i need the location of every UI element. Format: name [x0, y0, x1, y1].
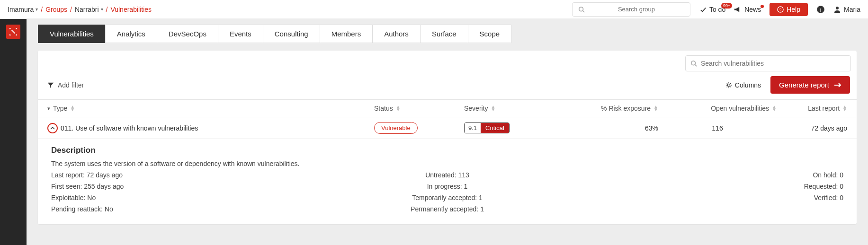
breadcrumb: Imamura▾ / Groups / Narrabri▾ / Vulnerab… [8, 6, 572, 13]
breadcrumb-item-vulnerabilities[interactable]: Vulnerabilities [110, 6, 152, 13]
search-icon [578, 6, 585, 13]
row-type: 011. Use of software with known vulnerab… [61, 124, 198, 132]
severity-chip: 9.1 Critical [464, 122, 510, 133]
gear-icon [725, 82, 732, 88]
chevron-down-icon: ▾ [36, 7, 38, 12]
row-detail: Description The system uses the version … [38, 139, 857, 215]
detail-requested: Requested: 0 [579, 181, 843, 192]
filter-icon [47, 82, 54, 88]
tab-consulting[interactable]: Consulting [263, 25, 320, 43]
tab-members[interactable]: Members [320, 25, 373, 43]
svg-point-6 [836, 7, 839, 9]
info-button[interactable]: i [816, 5, 825, 14]
question-icon: ? [777, 6, 784, 13]
chevron-down-icon: ▾ [47, 105, 50, 112]
svg-line-9 [695, 65, 697, 67]
main-content: Vulnerabilities Analytics DevSecOps Even… [27, 19, 868, 245]
svg-point-8 [691, 61, 696, 65]
columns-button[interactable]: Columns [725, 81, 761, 89]
sidebar [0, 19, 27, 245]
help-label: Help [787, 6, 800, 13]
svg-line-1 [583, 10, 585, 12]
severity-score: 9.1 [465, 123, 481, 133]
notification-dot [761, 5, 764, 8]
sort-icon: ▲▼ [653, 105, 658, 111]
tab-scope[interactable]: Scope [468, 25, 512, 43]
status-badge: Vulnerable [374, 122, 418, 134]
svg-text:?: ? [779, 7, 782, 12]
detail-verified: Verified: 0 [579, 192, 843, 203]
sort-icon: ▲▼ [396, 105, 401, 111]
breadcrumb-item-narrabri[interactable]: Narrabri▾ [75, 6, 103, 13]
table-header: ▾ Type ▲▼ Status ▲▼ Severity ▲▼ % Risk e… [38, 99, 857, 117]
tab-vulnerabilities[interactable]: Vulnerabilities [38, 25, 106, 43]
row-collapse-button[interactable] [47, 123, 58, 133]
detail-last-report: Last report: 72 days ago [51, 169, 315, 181]
svg-text:i: i [820, 7, 822, 12]
tab-analytics[interactable]: Analytics [105, 25, 157, 43]
toolbar: Add filter Columns Generate report [38, 71, 857, 99]
news-button[interactable]: News [734, 6, 761, 13]
breadcrumb-separator: / [106, 6, 108, 13]
col-header-severity[interactable]: Severity ▲▼ [464, 105, 554, 112]
sort-icon: ▲▼ [842, 105, 847, 111]
tab-devsecops[interactable]: DevSecOps [157, 25, 218, 43]
columns-label: Columns [735, 81, 761, 89]
user-label: Maria [844, 6, 860, 13]
help-button[interactable]: ? Help [770, 3, 808, 16]
vuln-search[interactable] [685, 55, 851, 71]
row-open: 116 [658, 124, 777, 132]
add-filter-button[interactable]: Add filter [47, 81, 84, 89]
top-search[interactable] [572, 2, 690, 17]
chevron-down-icon: ▾ [101, 7, 103, 12]
tab-events[interactable]: Events [218, 25, 263, 43]
user-menu[interactable]: Maria [833, 6, 860, 13]
col-header-type[interactable]: ▾ Type ▲▼ [47, 105, 374, 112]
top-bar: Imamura▾ / Groups / Narrabri▾ / Vulnerab… [0, 0, 868, 19]
col-header-risk[interactable]: % Risk exposure ▲▼ [554, 105, 658, 112]
table-row[interactable]: 011. Use of software with known vulnerab… [38, 117, 857, 139]
col-header-status[interactable]: Status ▲▼ [374, 105, 464, 112]
sort-icon: ▲▼ [491, 105, 496, 111]
detail-on-hold: On hold: 0 [579, 169, 843, 181]
col-header-last[interactable]: Last report ▲▼ [777, 105, 847, 112]
detail-col-mid: Untreated: 113 In progress: 1 Temporaril… [315, 169, 580, 215]
search-icon [690, 60, 697, 67]
detail-temp-accepted: Temporarily accepted: 1 [315, 192, 580, 203]
sort-icon: ▲▼ [772, 105, 777, 111]
sort-icon: ▲▼ [70, 105, 75, 111]
breadcrumb-item-groups[interactable]: Groups [45, 6, 67, 13]
detail-in-progress: In progress: 1 [315, 181, 580, 192]
detail-col-right: On hold: 0 Requested: 0 Verified: 0 [579, 169, 843, 215]
detail-first-seen: First seen: 255 days ago [51, 181, 315, 192]
generate-report-button[interactable]: Generate report [770, 76, 850, 94]
add-filter-label: Add filter [58, 81, 84, 89]
severity-label: Critical [481, 123, 509, 133]
top-search-input[interactable] [589, 6, 684, 13]
chevron-up-icon [50, 126, 55, 131]
vuln-search-input[interactable] [701, 60, 846, 67]
detail-pending: Pending reattack: No [51, 203, 315, 215]
detail-exploitable: Exploitable: No [51, 192, 315, 203]
generate-report-label: Generate report [779, 81, 829, 89]
app-logo[interactable] [6, 25, 20, 39]
todo-badge: 99+ [721, 3, 732, 9]
row-risk: 63% [554, 124, 658, 132]
arrow-right-icon [834, 82, 841, 88]
user-icon [833, 6, 841, 13]
tab-authors[interactable]: Authors [372, 25, 421, 43]
col-header-open[interactable]: Open vulnerabilities ▲▼ [658, 105, 777, 112]
row-last: 72 days ago [777, 124, 847, 132]
breadcrumb-item-imamura[interactable]: Imamura▾ [8, 6, 38, 13]
detail-title: Description [51, 146, 843, 155]
vuln-panel: Add filter Columns Generate report ▾ [38, 51, 857, 224]
todo-button[interactable]: To do 99+ [700, 6, 725, 13]
svg-line-7 [11, 30, 15, 33]
breadcrumb-separator: / [70, 6, 72, 13]
svg-point-0 [579, 7, 583, 11]
top-actions: To do 99+ News ? Help i Maria [700, 3, 860, 16]
info-icon: i [816, 5, 825, 14]
bullhorn-icon [734, 6, 742, 13]
detail-perm-accepted: Permanently accepted: 1 [315, 203, 580, 215]
tab-surface[interactable]: Surface [420, 25, 468, 43]
